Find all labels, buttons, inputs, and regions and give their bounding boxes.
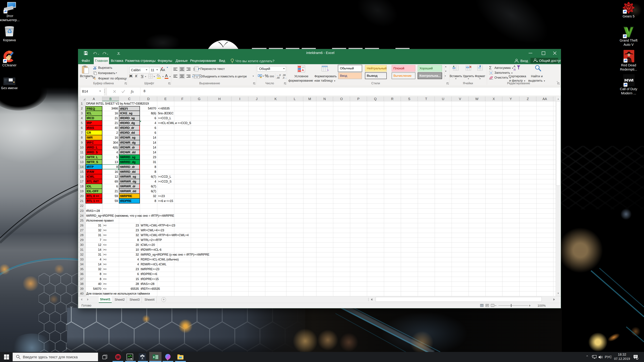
- svg-text:fx: fx: [131, 89, 134, 94]
- svg-text:А: А: [514, 65, 516, 68]
- svg-text:X: X: [153, 356, 155, 359]
- svg-text:Я: Я: [514, 68, 516, 71]
- svg-text:MEM: MEM: [128, 358, 131, 360]
